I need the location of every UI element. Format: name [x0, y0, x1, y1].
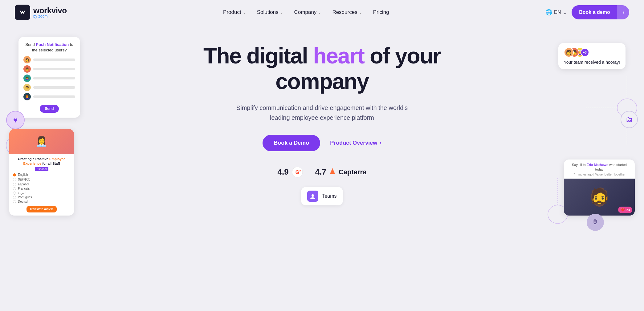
user-line-3: [33, 77, 75, 79]
nav-product-label: Product: [223, 9, 241, 15]
lang-french: Français: [13, 187, 70, 190]
mic-circle: 🎙: [587, 214, 604, 231]
user-row-3: 👩‍🦱: [23, 75, 75, 82]
lang-spanish: Español: [13, 183, 70, 186]
lang-german: Deutsch: [13, 200, 70, 203]
svg-text:G: G: [296, 170, 299, 175]
logo-icon: [15, 5, 30, 20]
eric-person-icon: 🧔: [589, 187, 610, 207]
capterra-score: 4.7: [315, 167, 326, 177]
nav-solutions[interactable]: Solutions ⌄: [257, 9, 283, 15]
svg-text:2: 2: [299, 170, 301, 173]
language-switcher[interactable]: 🌐 EN ⌄: [545, 9, 567, 16]
translate-article-button[interactable]: Translate Article: [26, 206, 56, 212]
hero-book-demo-button[interactable]: Book a Demo: [263, 135, 320, 151]
user-row-5: 👩‍🦰: [23, 93, 75, 100]
eric-card-header: Say Hi to Eric Mathews who started today…: [564, 160, 635, 179]
book-demo-label: Book a demo: [572, 5, 617, 19]
user-line-2: [33, 68, 75, 70]
eric-mathews-card: Say Hi to Eric Mathews who started today…: [564, 160, 635, 216]
product-overview-link[interactable]: Product Overview ›: [330, 140, 381, 146]
send-button[interactable]: Send: [40, 105, 59, 113]
translate-badge: Español: [35, 167, 49, 171]
lang-chevron-icon: ⌄: [563, 10, 567, 15]
translate-card-title: Creating a Positive Employee Experience …: [13, 157, 70, 166]
lang-english: English: [13, 173, 70, 176]
user-avatar-4: 👦: [23, 84, 31, 91]
lang-chinese: 简体中文: [13, 177, 70, 182]
capterra-logo-icon: [329, 168, 336, 176]
heart-emoji-icon: ❤️: [621, 208, 625, 212]
eric-heart-count: 73: [626, 208, 630, 212]
nav-product[interactable]: Product ⌄: [223, 9, 246, 15]
eric-name-link: Eric Mathews: [587, 163, 608, 167]
globe-icon: 🌐: [545, 9, 552, 16]
logo-main-text: workvivo: [33, 6, 67, 14]
nav-company-label: Company: [294, 9, 317, 15]
nav-pricing-label: Pricing: [373, 9, 389, 15]
company-chevron-icon: ⌄: [318, 10, 321, 14]
heart-circle: ♥: [6, 111, 25, 129]
push-notif-link: Push Notification: [36, 42, 69, 47]
translate-card-image: 👩‍💼: [9, 129, 74, 154]
eric-heart-badge: ❤️ 73: [618, 207, 632, 213]
nav-right: 🌐 EN ⌄ Book a demo ›: [545, 5, 629, 19]
lang-radio-chinese: [13, 178, 16, 181]
hero-section: Send Push Notification to the selected u…: [0, 25, 644, 240]
g2-rating: 4.9 G 2: [278, 167, 303, 178]
nav-links: Product ⌄ Solutions ⌄ Company ⌄ Resource…: [223, 9, 389, 15]
svg-marker-13: [330, 168, 335, 174]
g2-score: 4.9: [278, 167, 289, 177]
translate-card-content: Creating a Positive Employee Experience …: [9, 154, 74, 216]
nav-resources[interactable]: Resources ⌄: [332, 9, 362, 15]
capterra-label: Capterra: [339, 168, 366, 176]
lang-radio-portuguese: [13, 196, 16, 199]
push-notif-title: Send Push Notification to the selected u…: [23, 42, 75, 53]
user-line-5: [33, 95, 75, 98]
ratings-section: 4.9 G 2 4.7 Capterra: [278, 167, 367, 178]
language-list: English 简体中文 Español Français العربية: [13, 173, 70, 203]
user-row-4: 👦: [23, 84, 75, 91]
logo-link[interactable]: workvivo by zoom: [15, 5, 67, 20]
push-notification-card: Send Push Notification to the selected u…: [18, 37, 80, 118]
mic-icon: 🎙: [592, 218, 599, 226]
resources-chevron-icon: ⌄: [359, 10, 362, 14]
nav-solutions-label: Solutions: [257, 9, 279, 15]
lang-radio-french: [13, 187, 16, 190]
lang-label: EN: [554, 10, 561, 15]
hooray-text: Your team received a hooray!: [564, 60, 620, 65]
book-demo-arrow-icon: ›: [618, 5, 629, 19]
nav-company[interactable]: Company ⌄: [294, 9, 321, 15]
hero-title: The digital heart of your company: [199, 43, 445, 94]
user-avatar-1: 👩: [23, 56, 31, 63]
lang-radio-spanish: [13, 183, 16, 186]
user-avatar-3: 👩‍🦱: [23, 75, 31, 82]
lang-portuguese: Português: [13, 196, 70, 199]
lang-radio-english: [13, 173, 16, 176]
user-row-1: 👩: [23, 56, 75, 63]
svg-point-14: [312, 194, 314, 197]
eric-time: 7 minutes ago | Value: Better Together: [573, 173, 626, 176]
hero-subtitle: Simplify communication and drive engagem…: [233, 103, 411, 123]
nav-resources-label: Resources: [332, 9, 357, 15]
folder-icon: 🗂: [626, 115, 633, 123]
lang-arabic: العربية: [13, 191, 70, 195]
teams-label: Teams: [322, 193, 336, 199]
hooray-card: 👩 👨 👩‍🦳 +3 Your team received a hooray!: [558, 43, 626, 69]
capterra-rating: 4.7 Capterra: [315, 167, 367, 177]
translate-card: 👩‍💼 Creating a Positive Employee Experie…: [9, 129, 74, 216]
user-line-4: [33, 86, 75, 89]
user-avatar-5: 👩‍🦰: [23, 93, 31, 100]
book-demo-button[interactable]: Book a demo ›: [572, 5, 629, 19]
solutions-chevron-icon: ⌄: [280, 10, 283, 14]
hero-title-heart: heart: [313, 43, 364, 68]
hooray-count-badge: +3: [581, 48, 589, 57]
hooray-avatars: 👩 👨 👩‍🦳 +3: [564, 47, 620, 57]
teams-badge: Teams: [301, 187, 343, 205]
user-avatar-2: 👨: [23, 65, 31, 73]
teams-icon: [307, 191, 318, 202]
nav-pricing[interactable]: Pricing: [373, 9, 389, 15]
push-notif-pre: Send: [25, 42, 36, 47]
product-chevron-icon: ⌄: [243, 10, 246, 14]
user-row-2: 👨: [23, 65, 75, 73]
